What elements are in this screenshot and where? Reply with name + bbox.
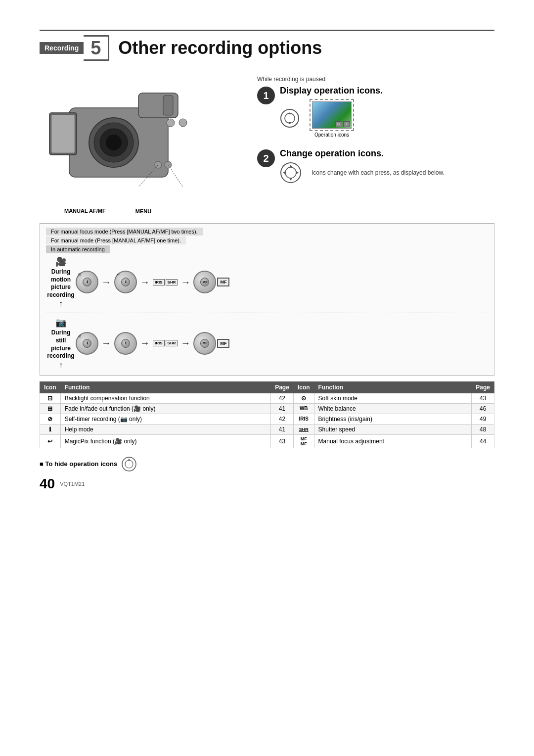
step1-number: 1 — [257, 87, 275, 104]
svg-point-5 — [106, 135, 122, 150]
svg-point-15 — [281, 109, 299, 127]
page-footer: 40 VQT1M21 — [40, 476, 494, 492]
page-cell-5-1: 43 — [271, 434, 294, 448]
diagram-section: For manual focus mode (Press [MANUAL AF/… — [40, 223, 494, 376]
mf-box-1: MF — [217, 278, 229, 286]
icon-cell-3-2: IRIS — [293, 414, 314, 424]
chapter-label: Recording — [40, 42, 84, 54]
page: Recording 5 Other recording options — [0, 0, 534, 756]
chapter-header: Recording 5 Other recording options — [40, 30, 494, 61]
motion-label: 🎥 Duringmotionpicturerecording ↑ — [46, 256, 76, 308]
func-cell-3-1: Self-timer recording (📷 only) — [60, 414, 271, 424]
func-cell-4-2: Shutter speed — [314, 424, 472, 434]
step2-number: 2 — [257, 149, 275, 167]
svg-point-18 — [285, 167, 296, 178]
table-row: ℹ Help mode 41 SHR Shutter speed 48 — [40, 424, 494, 434]
info-label-still-2: ℹ — [125, 341, 127, 345]
still-picture-row: 📷 During stillpicturerecording ↑ ⊘ ℹ → — [46, 313, 488, 369]
hide-icons-note: ■ To hide operation icons — [40, 456, 494, 472]
icon-cell-3-1: ⊘ — [40, 414, 61, 424]
iris-badge-still: IRIS — [153, 340, 165, 346]
info-label-still-1: ℹ — [87, 341, 88, 345]
func-cell-5-1: MagicPix function (🎥 only) — [60, 434, 271, 448]
step2-description: Icons change with each press, as display… — [312, 168, 445, 177]
func-cell-1-2: Soft skin mode — [314, 393, 472, 403]
scroll-icon — [280, 108, 300, 128]
step2-content: Change operation icons. Icons change wit… — [280, 148, 494, 184]
page-cell-3-2: 49 — [472, 414, 494, 424]
icon-function-table: Icon Function Page Icon Function Page ⊡ … — [40, 381, 494, 448]
jog-dial-icon — [280, 162, 302, 184]
dial-inner-still-1: ℹ — [83, 339, 91, 348]
arrow-still-2: → — [140, 337, 150, 349]
magicpix-icon-overlay: ↩ — [117, 273, 120, 277]
model-number: VQT1M21 — [60, 481, 85, 487]
arrow-still-3: → — [180, 337, 190, 349]
iris-badge: IRIS — [153, 279, 165, 285]
icon-cell-4-1: ℹ — [40, 424, 61, 434]
iris-wb-group: IRIS SHR — [153, 279, 178, 285]
func-cell-2-1: Fade in/fade out function (🎥 only) — [60, 403, 271, 414]
motion-icon: 🎥 — [55, 256, 66, 267]
svg-point-20 — [125, 460, 133, 468]
icon-cell-2-2: WB — [293, 403, 314, 414]
icon-cell-2-1: ⊞ — [40, 403, 61, 414]
still-label-text: During stillpicturerecording — [46, 329, 76, 360]
svg-rect-7 — [51, 115, 75, 153]
th-function2: Function — [314, 381, 472, 393]
dial-inner-still-2: ℹ — [121, 339, 130, 348]
mf-box-still: MF — [217, 339, 229, 348]
th-icon1: Icon — [40, 381, 61, 393]
table-row: ⊞ Fade in/fade out function (🎥 only) 41 … — [40, 403, 494, 414]
dial-inner-mf-still: MF — [200, 339, 209, 348]
landscape-image: ⊡ ℹ — [312, 101, 352, 129]
svg-point-8 — [167, 119, 175, 127]
operation-icons-label: Operation icons — [310, 132, 354, 138]
note-bar-3: In automatic recording — [46, 245, 110, 253]
motion-icon-sequence: ⊡ ℹ → ↩ ℹ → — [76, 271, 488, 293]
still-label: 📷 During stillpicturerecording ↑ — [46, 317, 76, 369]
arrow-3: → — [180, 277, 190, 288]
instructions-area: While recording is paused 1 Display oper… — [247, 76, 494, 214]
hide-scroll-icon — [121, 456, 137, 472]
note-bar-1: For manual focus mode (Press [MANUAL AF/… — [46, 228, 203, 236]
svg-point-16 — [285, 113, 295, 123]
arrow-2: → — [140, 277, 150, 288]
mf-pair-still: MF MF — [193, 332, 229, 355]
th-page2: Page — [472, 381, 494, 393]
shr-badge-still: SHR — [166, 340, 178, 346]
dial-inner-2: ℹ — [121, 278, 130, 286]
camera-illustration — [40, 76, 213, 199]
mf-pair-1: MF MF — [193, 271, 229, 293]
main-content: MANUAL AF/MF MENU While recording is pau… — [40, 76, 494, 214]
func-cell-4-1: Help mode — [60, 424, 271, 434]
screenshot-thumbnail: ⊡ ℹ — [310, 99, 354, 131]
svg-line-13 — [168, 165, 183, 187]
manual-af-mf-label: MANUAL AF/MF — [64, 207, 106, 214]
table-row: ↩ MagicPix function (🎥 only) 43 MF MF Ma… — [40, 434, 494, 448]
svg-rect-14 — [163, 95, 173, 115]
icon-cell-1-1: ⊡ — [40, 393, 61, 403]
th-function1: Function — [60, 381, 271, 393]
page-cell-1-1: 42 — [271, 393, 294, 403]
icon-cell-5-1: ↩ — [40, 434, 61, 448]
menu-label: MENU — [135, 208, 151, 214]
dial-mf-still: MF — [193, 332, 216, 355]
page-cell-4-2: 48 — [472, 424, 494, 434]
iris-wb-still-group: IRIS SHR — [153, 340, 178, 346]
step1-image-row: ⊡ ℹ Operation icons — [280, 99, 494, 138]
dial-self-timer: ⊘ ℹ — [76, 332, 98, 355]
step2: 2 Change operation icons. Icons c — [257, 148, 494, 184]
func-cell-3-2: Brightness (iris/gain) — [314, 414, 472, 424]
motion-picture-row: 🎥 Duringmotionpicturerecording ↑ ⊡ ℹ → — [46, 256, 488, 308]
mf-label-1: MF — [202, 281, 207, 284]
upward-arrow-1: ↑ — [59, 300, 63, 308]
dial-backlight: ⊡ ℹ — [76, 271, 98, 293]
func-cell-1-1: Backlight compensation function — [60, 393, 271, 403]
page-cell-2-1: 41 — [271, 403, 294, 414]
camera-area: MANUAL AF/MF MENU — [40, 76, 247, 214]
arrow-still-1: → — [101, 337, 111, 349]
icon-cell-5-2: MF MF — [293, 434, 314, 448]
page-cell-3-1: 42 — [271, 414, 294, 424]
info-label-1: ℹ — [87, 280, 88, 284]
